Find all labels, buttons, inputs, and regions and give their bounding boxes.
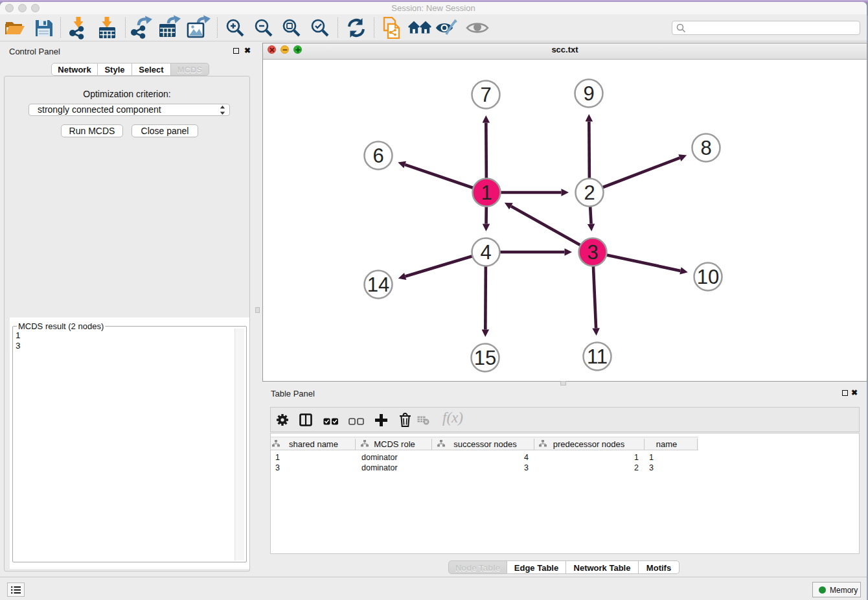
svg-text:15: 15 bbox=[474, 347, 496, 369]
svg-text:4: 4 bbox=[480, 241, 491, 264]
svg-text:1: 1 bbox=[481, 181, 492, 204]
svg-text:8: 8 bbox=[700, 137, 711, 159]
svg-text:6: 6 bbox=[372, 144, 383, 167]
svg-text:14: 14 bbox=[367, 273, 389, 296]
svg-text:10: 10 bbox=[697, 266, 719, 288]
svg-text:9: 9 bbox=[583, 82, 594, 105]
svg-text:7: 7 bbox=[480, 84, 491, 106]
svg-text:3: 3 bbox=[587, 241, 598, 264]
svg-text:2: 2 bbox=[584, 181, 595, 204]
svg-text:11: 11 bbox=[587, 345, 608, 368]
